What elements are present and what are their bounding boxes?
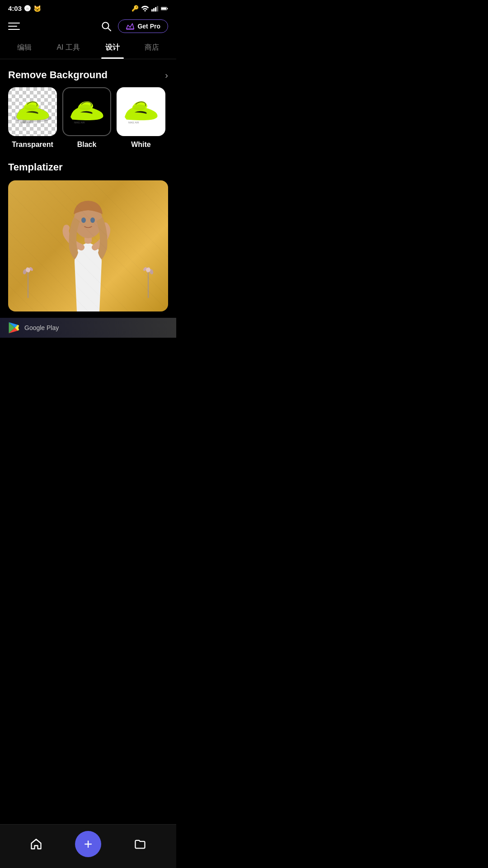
svg-rect-3 bbox=[157, 6, 158, 11]
bg-options-list: NIKE AIR Transparent NIKE AIR Black bbox=[0, 87, 176, 152]
svg-rect-5 bbox=[167, 8, 168, 9]
home-icon bbox=[30, 838, 42, 850]
svg-text:NIKE AIR: NIKE AIR bbox=[128, 121, 139, 124]
top-bar: Get Pro bbox=[0, 15, 176, 38]
white-label: White bbox=[131, 141, 151, 149]
bg-option-white[interactable]: NIKE AIR White bbox=[117, 87, 165, 149]
shoe-black: NIKE AIR bbox=[65, 95, 108, 128]
shoe-transparent: NIKE AIR bbox=[11, 95, 54, 128]
home-nav-button[interactable] bbox=[30, 838, 42, 850]
status-time: 4:03 bbox=[8, 5, 22, 12]
app-icon-2: 🐱 bbox=[33, 5, 41, 12]
svg-rect-1 bbox=[153, 8, 155, 11]
tab-edit[interactable]: 编辑 bbox=[11, 38, 38, 59]
google-play-logo bbox=[7, 321, 20, 334]
bg-transparent-card: NIKE AIR bbox=[8, 87, 57, 136]
menu-button[interactable] bbox=[8, 23, 20, 30]
tab-ai-tools[interactable]: AI 工具 bbox=[50, 38, 86, 59]
get-pro-button[interactable]: Get Pro bbox=[118, 19, 168, 33]
templatizer-title: Templatizer bbox=[8, 161, 168, 173]
black-label: Black bbox=[77, 141, 97, 149]
bg-option-black[interactable]: NIKE AIR Black bbox=[62, 87, 111, 149]
svg-rect-6 bbox=[161, 7, 166, 9]
add-icon: + bbox=[84, 837, 93, 851]
search-button[interactable] bbox=[101, 21, 112, 32]
svg-line-8 bbox=[108, 28, 111, 31]
tab-store[interactable]: 商店 bbox=[138, 38, 165, 59]
texture-overlay bbox=[8, 180, 168, 311]
svg-rect-2 bbox=[155, 7, 156, 11]
remove-bg-title: Remove Background bbox=[8, 69, 108, 81]
folder-nav-button[interactable] bbox=[134, 838, 146, 850]
tab-design[interactable]: 设计 bbox=[99, 38, 126, 59]
transparent-label: Transparent bbox=[12, 141, 53, 149]
app-icon-1: 🅐 bbox=[24, 5, 31, 12]
svg-rect-10 bbox=[127, 28, 134, 30]
add-button[interactable]: + bbox=[75, 831, 101, 857]
folder-icon bbox=[134, 838, 146, 850]
top-right-actions: Get Pro bbox=[101, 19, 168, 33]
bg-black-card: NIKE AIR bbox=[62, 87, 111, 136]
key-icon: 🔑 bbox=[131, 5, 139, 12]
remove-bg-header: Remove Background › bbox=[0, 59, 176, 87]
svg-point-16 bbox=[133, 104, 146, 110]
battery-icon bbox=[161, 5, 168, 12]
bottom-nav: + bbox=[0, 824, 176, 868]
bg-option-transparent[interactable]: NIKE AIR Transparent bbox=[8, 87, 57, 149]
svg-point-14 bbox=[79, 104, 92, 110]
templatizer-section: Templatizer bbox=[0, 152, 176, 318]
svg-rect-0 bbox=[151, 9, 153, 11]
get-pro-label: Get Pro bbox=[137, 23, 160, 30]
svg-point-12 bbox=[24, 104, 38, 110]
nav-tabs: 编辑 AI 工具 设计 商店 bbox=[0, 38, 176, 59]
signal-icon bbox=[151, 5, 159, 12]
crown-icon bbox=[126, 23, 135, 30]
svg-text:NIKE AIR: NIKE AIR bbox=[20, 121, 31, 124]
google-play-text: Google Play bbox=[24, 324, 59, 331]
bg-white-card: NIKE AIR bbox=[117, 87, 165, 136]
svg-text:NIKE AIR: NIKE AIR bbox=[74, 121, 85, 124]
status-bar: 4:03 🅐 🐱 🔑 bbox=[0, 0, 176, 15]
svg-marker-9 bbox=[127, 24, 134, 29]
shoe-white: NIKE AIR bbox=[119, 95, 163, 128]
status-right: 🔑 bbox=[131, 5, 168, 12]
status-left: 4:03 🅐 🐱 bbox=[8, 5, 41, 12]
templatizer-image[interactable] bbox=[8, 180, 168, 311]
remove-bg-chevron[interactable]: › bbox=[165, 70, 168, 80]
wifi-icon bbox=[141, 5, 149, 12]
google-play-banner[interactable]: Google Play bbox=[0, 318, 176, 338]
